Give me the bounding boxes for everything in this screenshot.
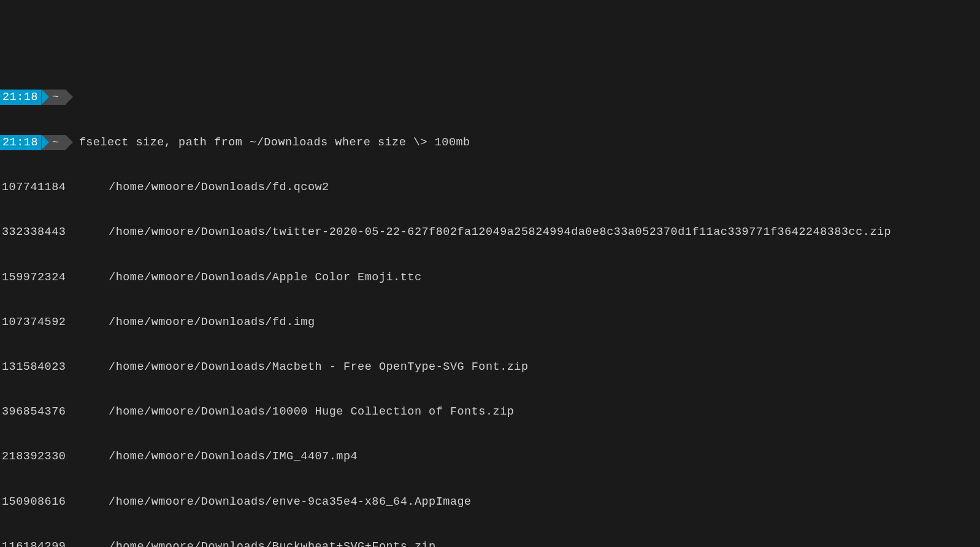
terminal[interactable]: 21:18 ~ 21:18 ~ fselect size, path from … (0, 60, 980, 547)
command-text: fselect size, path from ~/Downloads wher… (79, 136, 470, 150)
output-line: 332338443 /home/wmoore/Downloads/twitter… (0, 225, 980, 240)
output-line: 131584023 /home/wmoore/Downloads/Macbeth… (0, 360, 980, 375)
time-badge: 21:18 (0, 90, 42, 105)
output-line: 396854376 /home/wmoore/Downloads/10000 H… (0, 405, 980, 419)
time-badge: 21:18 (0, 135, 42, 150)
output-line: 107374592 /home/wmoore/Downloads/fd.img (0, 315, 980, 330)
output-line: 159972324 /home/wmoore/Downloads/Apple C… (0, 270, 980, 285)
output-line: 218392330 /home/wmoore/Downloads/IMG_440… (0, 449, 980, 464)
output-line: 150908616 /home/wmoore/Downloads/enve-9c… (0, 495, 980, 510)
output-line: 116184299 /home/wmoore/Downloads/Buckwhe… (0, 540, 980, 547)
prompt-line-1: 21:18 ~ (0, 90, 980, 105)
prompt-line-2: 21:18 ~ fselect size, path from ~/Downlo… (0, 135, 980, 150)
output-line: 107741184 /home/wmoore/Downloads/fd.qcow… (0, 180, 980, 195)
